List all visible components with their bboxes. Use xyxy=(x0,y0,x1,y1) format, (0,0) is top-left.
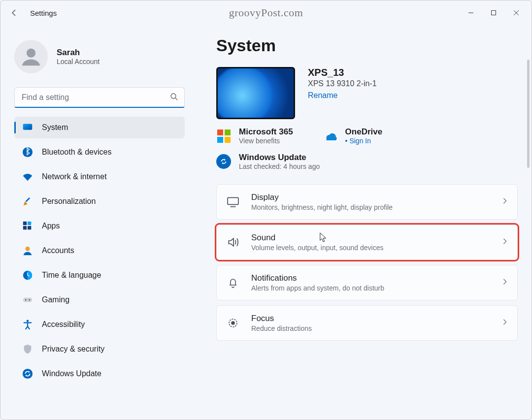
accounts-icon xyxy=(22,245,33,256)
sidebar-item-system[interactable]: System xyxy=(14,117,185,138)
card-title: Display xyxy=(251,193,491,202)
sidebar-item-label: Network & internet xyxy=(42,172,107,181)
back-button[interactable] xyxy=(4,3,24,23)
settings-window: Settings groovyPost.com Sarah Local Acco… xyxy=(0,0,532,420)
svg-point-20 xyxy=(27,320,29,322)
profile-subtitle: Local Account xyxy=(57,58,100,65)
system-icon xyxy=(22,122,33,133)
svg-rect-13 xyxy=(23,226,27,229)
window-controls xyxy=(460,3,528,23)
card-sound[interactable]: Sound Volume levels, output, input, soun… xyxy=(216,225,518,260)
microsoft-icon xyxy=(216,129,231,143)
svg-rect-8 xyxy=(23,124,32,130)
sidebar-item-label: Windows Update xyxy=(42,369,101,378)
svg-point-4 xyxy=(27,49,35,58)
accessibility-icon xyxy=(22,319,33,330)
svg-point-21 xyxy=(23,369,33,379)
card-display[interactable]: Display Monitors, brightness, night ligh… xyxy=(216,184,518,220)
bluetooth-icon xyxy=(22,147,33,158)
service-subtitle: • Sign In xyxy=(345,137,383,145)
app-title: Settings xyxy=(30,9,57,17)
personalization-icon xyxy=(22,196,33,207)
network-icon xyxy=(22,171,33,182)
sidebar-item-label: Bluetooth & devices xyxy=(42,148,111,157)
svg-point-25 xyxy=(232,322,234,324)
profile-block[interactable]: Sarah Local Account xyxy=(14,40,185,73)
svg-rect-12 xyxy=(27,221,31,225)
sidebar-item-privacy[interactable]: Privacy & security xyxy=(14,338,185,360)
update-title: Windows Update xyxy=(239,153,320,162)
device-row: XPS_13 XPS 13 9310 2-in-1 Rename xyxy=(216,67,518,119)
minimize-button[interactable] xyxy=(460,3,482,23)
maximize-button[interactable] xyxy=(482,3,505,23)
close-button[interactable] xyxy=(505,3,528,23)
sound-icon xyxy=(226,236,240,249)
chevron-right-icon xyxy=(501,197,508,206)
sidebar-item-label: Time & language xyxy=(42,271,101,280)
svg-rect-14 xyxy=(28,226,31,229)
sidebar-item-apps[interactable]: Apps xyxy=(14,215,185,237)
card-title: Focus xyxy=(251,314,491,323)
sidebar-item-time[interactable]: Time & language xyxy=(14,264,185,286)
sidebar-item-label: Accessibility xyxy=(42,320,85,329)
sidebar-item-accounts[interactable]: Accounts xyxy=(14,240,185,261)
svg-point-9 xyxy=(23,147,33,157)
sidebar-item-label: Apps xyxy=(42,222,60,230)
card-title: Notifications xyxy=(251,273,491,283)
sidebar: Sarah Local Account System Bluetooth & d… xyxy=(0,25,193,420)
chevron-right-icon xyxy=(501,319,508,327)
device-model: XPS 13 9310 2-in-1 xyxy=(308,79,377,88)
chevron-right-icon xyxy=(501,278,508,287)
sidebar-item-personalization[interactable]: Personalization xyxy=(14,191,185,212)
gaming-icon xyxy=(22,294,33,305)
card-notifications[interactable]: Notifications Alerts from apps and syste… xyxy=(216,265,518,300)
windows-update-row[interactable]: Windows Update Last checked: 4 hours ago xyxy=(216,153,518,170)
sidebar-item-gaming[interactable]: Gaming xyxy=(14,289,185,311)
sidebar-item-label: Accounts xyxy=(42,246,74,255)
notifications-icon xyxy=(226,277,240,289)
sidebar-item-label: Privacy & security xyxy=(42,345,104,354)
search-wrap xyxy=(14,87,185,108)
service-title: OneDrive xyxy=(345,127,383,137)
svg-rect-22 xyxy=(228,197,238,204)
card-title: Sound xyxy=(251,233,491,243)
update-icon xyxy=(22,368,33,379)
card-subtitle: Volume levels, output, input, sound devi… xyxy=(251,244,491,252)
service-title: Microsoft 365 xyxy=(239,127,293,137)
time-icon xyxy=(22,270,33,281)
service-m365[interactable]: Microsoft 365 View benefits xyxy=(216,127,293,145)
sidebar-item-label: System xyxy=(42,123,68,132)
scrollbar[interactable] xyxy=(527,60,530,168)
sidebar-item-bluetooth[interactable]: Bluetooth & devices xyxy=(14,141,185,163)
card-subtitle: Monitors, brightness, night light, displ… xyxy=(251,203,491,211)
profile-name: Sarah xyxy=(57,48,100,58)
svg-rect-1 xyxy=(492,11,496,15)
chevron-right-icon xyxy=(501,238,508,247)
device-thumbnail[interactable] xyxy=(216,67,295,119)
update-icon xyxy=(216,154,231,169)
svg-point-15 xyxy=(25,247,30,251)
focus-icon xyxy=(226,317,240,329)
card-focus[interactable]: Focus Reduce distractions xyxy=(216,305,518,341)
sidebar-item-update[interactable]: Windows Update xyxy=(14,363,185,385)
sidebar-item-accessibility[interactable]: Accessibility xyxy=(14,314,185,335)
rename-link[interactable]: Rename xyxy=(308,91,337,100)
apps-icon xyxy=(22,221,33,231)
search-input[interactable] xyxy=(14,87,185,108)
avatar xyxy=(14,40,48,73)
svg-rect-10 xyxy=(25,197,30,202)
service-onedrive[interactable]: OneDrive • Sign In xyxy=(323,127,383,145)
watermark: groovyPost.com xyxy=(229,6,303,19)
svg-point-19 xyxy=(29,299,30,301)
card-subtitle: Reduce distractions xyxy=(251,324,491,332)
services-row: Microsoft 365 View benefits OneDrive • S… xyxy=(216,127,518,145)
svg-point-18 xyxy=(25,299,27,301)
privacy-icon xyxy=(22,344,33,355)
sidebar-item-label: Gaming xyxy=(42,295,69,304)
service-subtitle: View benefits xyxy=(239,137,293,145)
display-icon xyxy=(226,195,240,208)
sidebar-item-network[interactable]: Network & internet xyxy=(14,166,185,188)
card-subtitle: Alerts from apps and system, do not dist… xyxy=(251,284,491,292)
svg-rect-17 xyxy=(23,297,32,302)
content-pane: System XPS_13 XPS 13 9310 2-in-1 Rename … xyxy=(193,25,532,420)
